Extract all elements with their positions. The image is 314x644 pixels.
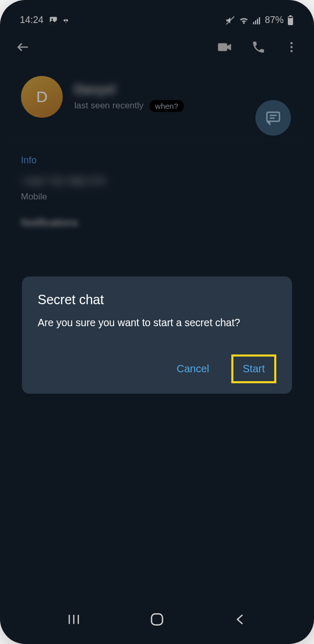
dialog-overlay: Secret chat Are you sure you want to sta… (6, 6, 308, 638)
svg-rect-20 (152, 614, 163, 625)
back-nav-button[interactable] (233, 613, 247, 626)
cancel-button[interactable]: Cancel (167, 357, 218, 381)
system-nav (6, 606, 308, 638)
recents-button[interactable] (67, 613, 81, 626)
dialog-title: Secret chat (38, 292, 276, 307)
home-button[interactable] (150, 612, 164, 627)
start-button[interactable]: Start (231, 354, 276, 383)
secret-chat-dialog: Secret chat Are you sure you want to sta… (22, 276, 292, 393)
dialog-message: Are you sure you want to start a secret … (38, 316, 276, 330)
